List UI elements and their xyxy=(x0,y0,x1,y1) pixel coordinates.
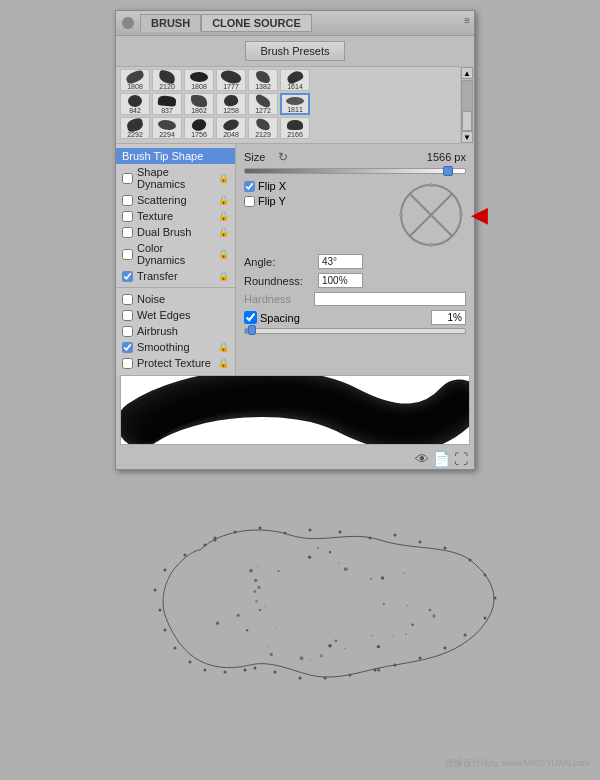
sidebar-item-protect-texture[interactable]: Protect Texture 🔒 xyxy=(116,355,235,371)
sidebar-label-texture: Texture xyxy=(137,210,214,222)
roundness-row: Roundness: xyxy=(244,273,466,288)
brush-thumb[interactable]: 1382 xyxy=(248,69,278,91)
size-slider-handle[interactable] xyxy=(443,166,453,176)
sidebar-item-shape-dynamics[interactable]: Shape Dynamics 🔒 xyxy=(116,164,235,192)
brush-panel: BRUSH CLONE SOURCE ≡ Brush Presets 1808 … xyxy=(115,10,475,470)
sidebar-label-color-dynamics: Color Dynamics xyxy=(137,242,214,266)
scroll-up-arrow[interactable]: ▲ xyxy=(461,67,473,79)
airbrush-checkbox[interactable] xyxy=(122,326,133,337)
flip-row: Flip X Flip Y xyxy=(244,180,466,250)
document-icon[interactable]: 📄 xyxy=(433,451,450,467)
roundness-input[interactable] xyxy=(318,273,363,288)
spacing-slider[interactable] xyxy=(244,328,466,334)
hardness-bar[interactable] xyxy=(314,292,466,306)
svg-point-4 xyxy=(429,243,433,247)
scroll-thumb[interactable] xyxy=(462,111,472,131)
brush-thumb[interactable]: 2292 xyxy=(120,117,150,139)
protect-texture-checkbox[interactable] xyxy=(122,358,133,369)
brush-thumb[interactable]: 1614 xyxy=(280,69,310,91)
brush-thumb[interactable]: 1272 xyxy=(248,93,278,115)
brush-thumb[interactable]: 1808 xyxy=(184,69,214,91)
size-slider[interactable] xyxy=(244,168,466,174)
expand-icon[interactable]: ⛶ xyxy=(454,451,468,467)
scroll-track[interactable] xyxy=(461,80,473,130)
texture-checkbox[interactable] xyxy=(122,211,133,222)
presets-row: Brush Presets xyxy=(116,36,474,66)
dual-brush-checkbox[interactable] xyxy=(122,227,133,238)
lock-icon: 🔒 xyxy=(218,195,229,205)
angle-input[interactable] xyxy=(318,254,363,269)
spacing-row: Spacing xyxy=(244,310,466,325)
sidebar-item-dual-brush[interactable]: Dual Brush 🔒 xyxy=(116,224,235,240)
scroll-down-arrow[interactable]: ▼ xyxy=(461,131,473,143)
roundness-label: Roundness: xyxy=(244,275,314,287)
sidebar-item-wet-edges[interactable]: Wet Edges xyxy=(116,307,235,323)
brush-thumb[interactable]: 2166 xyxy=(280,117,310,139)
sidebar-item-scattering[interactable]: Scattering 🔒 xyxy=(116,192,235,208)
sidebar-label-wet-edges: Wet Edges xyxy=(137,309,229,321)
sidebar-item-brush-tip-shape[interactable]: Brush Tip Shape xyxy=(116,148,235,164)
lock-icon: 🔒 xyxy=(218,249,229,259)
tab-clone-source[interactable]: CLONE SOURCE xyxy=(201,14,312,32)
brush-thumb[interactable]: 1258 xyxy=(216,93,246,115)
sidebar-label-smoothing: Smoothing xyxy=(137,341,214,353)
brush-thumb[interactable]: 1811 xyxy=(280,93,310,115)
content-area: Size ↻ 1566 px Flip X xyxy=(236,144,474,375)
sidebar-item-smoothing[interactable]: Smoothing 🔒 xyxy=(116,339,235,355)
brushes-scrollbar[interactable]: ▲ ▼ xyxy=(460,66,474,144)
spacing-slider-handle[interactable] xyxy=(248,325,256,335)
brush-presets-button[interactable]: Brush Presets xyxy=(245,41,344,61)
sidebar-label-airbrush: Airbrush xyxy=(137,325,229,337)
lock-icon: 🔒 xyxy=(218,342,229,352)
sidebar-item-color-dynamics[interactable]: Color Dynamics 🔒 xyxy=(116,240,235,268)
sidebar-item-noise[interactable]: Noise xyxy=(116,291,235,307)
panel-menu-icon[interactable]: ≡ xyxy=(464,15,470,26)
close-button[interactable] xyxy=(122,17,134,29)
spacing-value-input[interactable] xyxy=(431,310,466,325)
brushes-grid: 1808 2120 1808 1777 1382 xyxy=(116,66,460,144)
flip-options: Flip X Flip Y xyxy=(244,180,286,207)
tab-brush[interactable]: BRUSH xyxy=(140,14,201,32)
sidebar-item-transfer[interactable]: Transfer 🔒 xyxy=(116,268,235,284)
brush-thumb[interactable]: 2294 xyxy=(152,117,182,139)
svg-point-3 xyxy=(429,183,433,187)
brush-thumb[interactable]: 1756 xyxy=(184,117,214,139)
brush-row: 2292 2294 1756 2048 2129 xyxy=(120,117,456,139)
size-refresh-icon[interactable]: ↻ xyxy=(278,150,288,164)
noise-checkbox[interactable] xyxy=(122,294,133,305)
sidebar-label-protect-texture: Protect Texture xyxy=(137,357,214,369)
sidebar-divider xyxy=(116,287,235,288)
brush-thumb[interactable]: 1808 xyxy=(120,69,150,91)
scattering-checkbox[interactable] xyxy=(122,195,133,206)
sidebar: Brush Tip Shape Shape Dynamics 🔒 Scatter… xyxy=(116,144,236,375)
preview-area xyxy=(120,375,470,445)
sidebar-item-airbrush[interactable]: Airbrush xyxy=(116,323,235,339)
hardness-label: Hardness xyxy=(244,293,314,305)
preview-canvas xyxy=(121,376,469,444)
brush-stroke-area xyxy=(30,500,570,730)
svg-point-6 xyxy=(459,213,463,217)
brush-thumb[interactable]: 2048 xyxy=(216,117,246,139)
flip-x-row: Flip X xyxy=(244,180,286,192)
spacing-checkbox[interactable] xyxy=(244,311,257,324)
color-dynamics-checkbox[interactable] xyxy=(122,249,133,260)
tab-bar: BRUSH CLONE SOURCE xyxy=(140,14,312,32)
size-row: Size ↻ 1566 px xyxy=(244,150,466,164)
transfer-checkbox[interactable] xyxy=(122,271,133,282)
brush-thumb[interactable]: 2120 xyxy=(152,69,182,91)
wet-edges-checkbox[interactable] xyxy=(122,310,133,321)
brush-thumb[interactable]: 2129 xyxy=(248,117,278,139)
brush-thumb[interactable]: 1777 xyxy=(216,69,246,91)
flip-x-label: Flip X xyxy=(258,180,286,192)
eye-icon[interactable]: 👁 xyxy=(415,451,429,467)
flip-y-checkbox[interactable] xyxy=(244,196,255,207)
smoothing-checkbox[interactable] xyxy=(122,342,133,353)
hardness-row: Hardness xyxy=(244,292,466,306)
brush-thumb[interactable]: 842 xyxy=(120,93,150,115)
sidebar-item-texture[interactable]: Texture 🔒 xyxy=(116,208,235,224)
brush-thumb[interactable]: 837 xyxy=(152,93,182,115)
brush-thumb[interactable]: 1862 xyxy=(184,93,214,115)
flip-x-checkbox[interactable] xyxy=(244,181,255,192)
shape-dynamics-checkbox[interactable] xyxy=(122,173,133,184)
brush-preview-svg xyxy=(396,180,466,250)
